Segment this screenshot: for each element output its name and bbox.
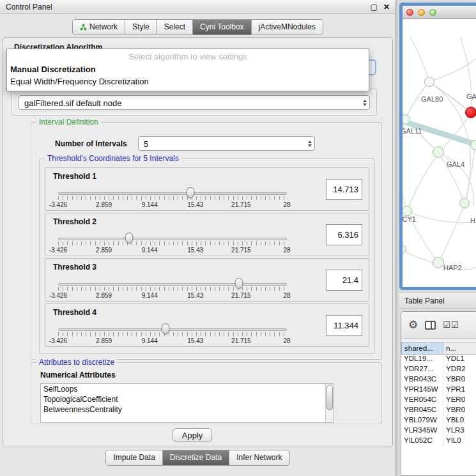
list-scrollbar-thumb[interactable] — [326, 385, 333, 410]
network-canvas[interactable]: GAL80GALGAL11GAL4GCY1HHAP2 — [403, 19, 476, 287]
table-row[interactable]: YDL19...YDL1 — [401, 355, 476, 365]
threshold-slider[interactable]: -3.4262.8599.14415.4321.71528 — [58, 183, 287, 209]
tab-impute-data[interactable]: Impute Data — [105, 450, 162, 466]
tab-select[interactable]: Select — [157, 19, 193, 35]
columns-icon[interactable] — [425, 321, 436, 330]
thresholds-group: Threshold's Coordinates for 5 Intervals … — [39, 158, 375, 354]
thresholds-group-title: Threshold's Coordinates for 5 Intervals — [45, 154, 181, 163]
network-node[interactable] — [470, 140, 476, 150]
close-traffic-light-icon[interactable] — [406, 9, 413, 16]
checkbox-icons[interactable]: ☑☑ — [443, 320, 459, 330]
cell-shared-name[interactable]: YDL19... — [401, 355, 443, 365]
tab-jactivemnodules[interactable]: jActiveMNodules — [252, 19, 323, 35]
tab-style[interactable]: Style — [125, 19, 157, 35]
window-controls: ▢ ✕ — [371, 3, 390, 12]
network-node[interactable] — [459, 198, 470, 208]
slider-track[interactable] — [58, 192, 287, 195]
attribute-item[interactable]: BetweennessCentrality — [41, 404, 334, 415]
threshold-value-field[interactable]: 6.316 — [326, 224, 362, 245]
numerical-attributes-list[interactable]: SelfLoopsTopologicalCoefficientBetweenne… — [40, 383, 334, 423]
attribute-item[interactable]: TopologicalCoefficient — [41, 394, 334, 404]
cell-shared-name[interactable]: YIL052C — [401, 436, 443, 447]
number-of-intervals-combobox[interactable]: 5 — [138, 136, 315, 151]
table-row[interactable]: YPR145WYPR1 — [401, 385, 476, 395]
apply-button[interactable]: Apply — [173, 428, 212, 442]
scale-label: 28 — [283, 247, 290, 254]
cell-name[interactable]: YDL1 — [443, 355, 476, 365]
threshold-slider[interactable]: -3.4262.8599.14415.4321.71528 — [58, 274, 287, 300]
zoom-traffic-light-icon[interactable] — [429, 9, 436, 16]
slider-track[interactable] — [58, 238, 287, 240]
list-scrollbar[interactable] — [325, 384, 334, 422]
cell-shared-name[interactable]: YDR27... — [401, 365, 443, 375]
threshold-label: Threshold 3 — [53, 263, 96, 272]
table-row[interactable]: YIL052CYIL0 — [401, 436, 476, 447]
network-node[interactable] — [424, 77, 434, 87]
attribute-item[interactable]: SelfLoops — [41, 384, 334, 394]
network-node[interactable] — [433, 257, 444, 268]
algorithm-dropdown: Select algorithm to view settings Manual… — [6, 49, 369, 91]
tab-cyni-toolbox[interactable]: Cyni Toolbox — [193, 19, 251, 35]
table-row[interactable]: YDR27...YDR2 — [401, 365, 476, 375]
cell-name[interactable]: YBR0 — [443, 406, 476, 416]
table-row[interactable]: YBR043CYBR0 — [401, 375, 476, 385]
cell-shared-name[interactable]: YPR145W — [401, 385, 443, 395]
cell-name[interactable]: YPR1 — [443, 385, 476, 395]
tab-infer-network[interactable]: Infer Network — [229, 450, 289, 466]
float-window-icon[interactable]: ▢ — [371, 3, 378, 12]
network-nodes: GAL80GALGAL11GAL4GCY1HHAP2 — [403, 19, 476, 287]
cell-shared-name[interactable]: YBL079W — [401, 416, 443, 426]
scale-label: 2.859 — [96, 201, 112, 208]
table-data-combobox[interactable]: galFiltered.sif default node — [19, 95, 370, 110]
threshold-slider[interactable]: -3.4262.8599.14415.4321.71528 — [58, 229, 287, 254]
minimize-traffic-light-icon[interactable] — [418, 9, 425, 16]
close-window-icon[interactable]: ✕ — [383, 3, 390, 12]
network-window-titlebar[interactable] — [403, 6, 476, 19]
table-row[interactable]: YER054CYER0 — [401, 395, 476, 406]
table-panel-header[interactable]: Table Panel — [399, 293, 476, 309]
network-node[interactable] — [403, 206, 412, 216]
scale-label: 21.715 — [231, 247, 251, 254]
cell-shared-name[interactable]: YBR043C — [401, 375, 443, 385]
column-header-shared-name[interactable]: shared... — [401, 342, 443, 355]
column-header-name[interactable]: n... — [443, 342, 476, 355]
threshold-slider[interactable]: -3.4262.8599.14415.4321.71528 — [58, 319, 287, 345]
table-row[interactable]: YBR045CYBR0 — [401, 406, 476, 416]
threshold-value-field[interactable]: 21.4 — [326, 270, 362, 291]
network-node[interactable] — [403, 114, 410, 125]
network-node[interactable] — [403, 245, 406, 254]
threshold-value-field[interactable]: 11.344 — [326, 315, 362, 336]
cell-name[interactable]: YLR3 — [443, 426, 476, 436]
threshold-value-field[interactable]: 14.713 — [326, 179, 362, 200]
algorithm-option[interactable]: Equal Width/Frequency Discretization — [7, 75, 369, 88]
cell-shared-name[interactable]: YBR045C — [401, 406, 443, 416]
gear-icon[interactable]: ⚙ — [408, 319, 418, 330]
table-panel-title: Table Panel — [404, 296, 445, 305]
table-row[interactable]: YBL079WYBL0 — [401, 416, 476, 426]
slider-track[interactable] — [58, 328, 287, 331]
network-node[interactable] — [433, 146, 444, 158]
cell-shared-name[interactable]: YER054C — [401, 395, 443, 406]
scale-label: -3.426 — [49, 201, 67, 208]
slider-track[interactable] — [58, 283, 287, 286]
slider-scale: -3.4262.8599.14415.4321.71528 — [58, 247, 287, 254]
cell-name[interactable]: YBR0 — [443, 375, 476, 385]
cell-name[interactable]: YER0 — [443, 395, 476, 406]
tab-discretize-data[interactable]: Discretize Data — [163, 450, 229, 466]
screenshot-stage: Control Panel ▢ ✕ NetworkStyleSelectCyni… — [0, 0, 476, 476]
tab-label: Network — [89, 22, 118, 31]
scale-label: 15.43 — [187, 337, 203, 344]
interval-definition-title: Interval Definition — [36, 118, 101, 127]
cell-name[interactable]: YIL0 — [443, 436, 476, 447]
node-label: HAP2 — [443, 264, 462, 272]
table-row[interactable]: YLR345WYLR3 — [401, 426, 476, 436]
selected-network-node[interactable] — [465, 107, 476, 118]
tab-network[interactable]: Network — [72, 19, 125, 35]
algorithm-option[interactable]: Manual Discretization — [7, 63, 369, 75]
cell-shared-name[interactable]: YLR345W — [401, 426, 443, 436]
scale-label: 15.43 — [187, 292, 203, 299]
scale-label: 2.859 — [96, 337, 112, 344]
tab-label: Style — [132, 22, 150, 31]
cell-name[interactable]: YBL0 — [443, 416, 476, 426]
cell-name[interactable]: YDR2 — [443, 365, 476, 375]
